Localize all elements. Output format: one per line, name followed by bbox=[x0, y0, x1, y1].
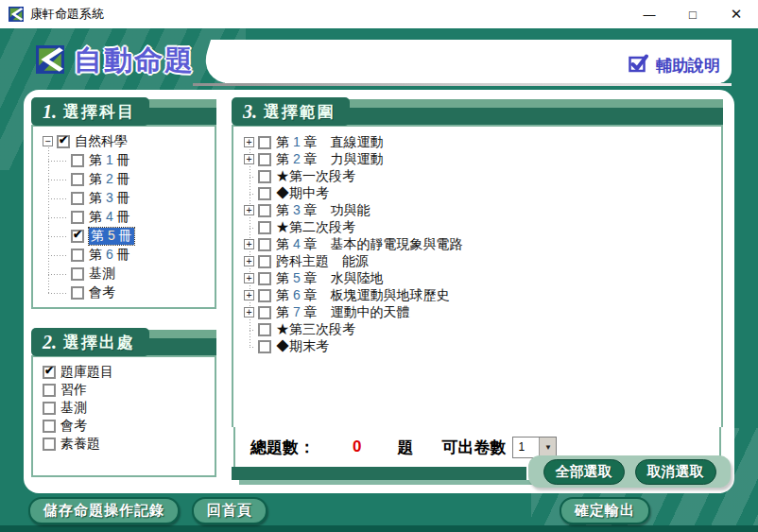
checklist-label[interactable]: 基測 bbox=[60, 400, 87, 417]
tree-item-label[interactable]: 第 6 冊 bbox=[89, 247, 130, 264]
tree-row: 第 2 冊 bbox=[37, 170, 213, 189]
tree-item-label[interactable]: 第 7 章 運動中的天體 bbox=[276, 304, 410, 321]
checkbox[interactable] bbox=[258, 306, 271, 319]
save-record-button[interactable]: 儲存命題操作記錄 bbox=[28, 497, 180, 524]
expand-plus-icon[interactable]: + bbox=[244, 307, 254, 317]
panel-title: 選擇科目 bbox=[63, 101, 135, 123]
tree-item-label[interactable]: ◆期末考 bbox=[276, 338, 329, 355]
tree-item-label[interactable]: 第 3 冊 bbox=[89, 190, 130, 207]
checkbox[interactable] bbox=[43, 420, 56, 433]
expander-cell: + bbox=[238, 151, 258, 168]
help-toggle[interactable]: 輔助說明 bbox=[629, 54, 720, 77]
checkbox[interactable] bbox=[258, 221, 271, 234]
tree-item-label[interactable]: 基測 bbox=[89, 266, 115, 283]
panel-banner: 2. 選擇出處 bbox=[31, 328, 216, 356]
checkbox[interactable] bbox=[71, 249, 84, 262]
tree-line bbox=[37, 151, 71, 170]
expand-plus-icon[interactable]: + bbox=[244, 137, 254, 147]
tree-item-label[interactable]: 會考 bbox=[89, 284, 115, 301]
tree-row: +第 2 章 力與運動 bbox=[238, 151, 719, 168]
checklist-label[interactable]: 素養題 bbox=[60, 436, 100, 453]
checkbox[interactable] bbox=[71, 286, 84, 300]
checkbox[interactable] bbox=[258, 136, 271, 149]
tree-row: ★第三次段考 bbox=[238, 321, 719, 338]
tree-line bbox=[37, 265, 71, 283]
home-button[interactable]: 回首頁 bbox=[192, 497, 267, 524]
checkbox[interactable] bbox=[258, 238, 271, 251]
checkbox[interactable] bbox=[43, 366, 56, 379]
expand-plus-icon[interactable]: + bbox=[244, 205, 254, 215]
tree-item-label[interactable]: 自然科學 bbox=[75, 133, 128, 150]
tree-item-label[interactable]: ★第三次段考 bbox=[276, 321, 355, 338]
checklist-label[interactable]: 會考 bbox=[60, 418, 87, 435]
expander-cell: + bbox=[238, 202, 258, 219]
tree-row: ★第一次段考 bbox=[238, 168, 719, 185]
panel-select-source: 2. 選擇出處 題庫題目習作基測會考素養題 bbox=[31, 328, 216, 477]
panel-title: 選擇範圍 bbox=[264, 101, 336, 123]
expand-plus-icon[interactable]: + bbox=[244, 256, 254, 266]
checkbox[interactable] bbox=[258, 323, 271, 336]
tree-item-label[interactable]: 第 5 冊 bbox=[89, 228, 134, 245]
tree-item-label[interactable]: 第 5 章 水與陸地 bbox=[276, 270, 384, 287]
checkbox[interactable] bbox=[258, 289, 271, 302]
minimize-button[interactable]: — bbox=[628, 0, 671, 28]
checklist-label[interactable]: 習作 bbox=[60, 382, 87, 399]
tree-line bbox=[238, 168, 258, 185]
expand-plus-icon[interactable]: + bbox=[244, 273, 254, 283]
tree-line bbox=[238, 185, 258, 202]
close-button[interactable]: ✕ bbox=[715, 0, 758, 28]
checkbox[interactable] bbox=[71, 267, 84, 281]
expand-plus-icon[interactable]: + bbox=[244, 154, 254, 164]
checkbox[interactable] bbox=[43, 384, 56, 397]
expand-plus-icon[interactable]: + bbox=[244, 239, 254, 249]
panel-bottom-bar bbox=[232, 467, 526, 480]
checkbox[interactable] bbox=[258, 272, 271, 285]
tree-item-label[interactable]: 第 3 章 功與能 bbox=[276, 202, 370, 219]
checkbox[interactable] bbox=[71, 192, 84, 205]
tree-row: 基測 bbox=[37, 265, 213, 283]
confirm-output-button[interactable]: 確定輸出 bbox=[560, 497, 650, 524]
tree-item-label[interactable]: 第 6 章 板塊運動與地球歷史 bbox=[276, 287, 450, 304]
step-number: 1. bbox=[43, 101, 57, 123]
checkbox[interactable] bbox=[71, 230, 84, 243]
checkbox[interactable] bbox=[258, 340, 271, 353]
checklist-label[interactable]: 題庫題目 bbox=[60, 364, 113, 381]
collapse-minus-icon[interactable]: − bbox=[43, 136, 53, 146]
tree-item-label[interactable]: 第 2 章 力與運動 bbox=[276, 151, 384, 168]
bottom-edge-strip bbox=[0, 525, 758, 532]
panel-banner: 1. 選擇科目 bbox=[31, 97, 216, 126]
checkbox[interactable] bbox=[258, 170, 271, 183]
expand-plus-icon[interactable]: + bbox=[244, 290, 254, 300]
checkbox[interactable] bbox=[258, 187, 271, 200]
checkbox[interactable] bbox=[258, 204, 271, 217]
tree-item-label[interactable]: ★第二次段考 bbox=[276, 219, 355, 236]
tree-line bbox=[238, 321, 258, 338]
maximize-button[interactable]: □ bbox=[671, 0, 715, 28]
deselect-all-button[interactable]: 取消選取 bbox=[635, 459, 716, 485]
checkbox[interactable] bbox=[57, 135, 70, 148]
expander-cell: + bbox=[238, 253, 258, 270]
tree-item-label[interactable]: 第 1 章 直線運動 bbox=[276, 134, 384, 151]
checkbox[interactable] bbox=[71, 173, 84, 186]
source-checklist: 題庫題目習作基測會考素養題 bbox=[37, 363, 213, 453]
total-label: 總題數： bbox=[250, 437, 315, 458]
select-all-button[interactable]: 全部選取 bbox=[543, 459, 625, 485]
checkbox[interactable] bbox=[71, 211, 84, 224]
tree-row: ★第二次段考 bbox=[238, 219, 719, 236]
tree-item-label[interactable]: 第 1 冊 bbox=[89, 152, 130, 169]
tree-row: 第 4 冊 bbox=[37, 208, 213, 227]
help-label: 輔助說明 bbox=[656, 55, 720, 77]
step-number: 2. bbox=[43, 332, 57, 353]
tree-item-label[interactable]: 第 4 冊 bbox=[89, 209, 130, 226]
tree-item-label[interactable]: ◆期中考 bbox=[276, 185, 329, 202]
checkbox[interactable] bbox=[258, 153, 271, 166]
checkbox[interactable] bbox=[43, 438, 56, 451]
tree-item-label[interactable]: 第 4 章 基本的靜電現象與電路 bbox=[276, 236, 463, 253]
tree-item-label[interactable]: ★第一次段考 bbox=[276, 168, 355, 185]
tree-item-label[interactable]: 跨科主題 能源 bbox=[276, 253, 369, 270]
checkbox[interactable] bbox=[258, 255, 271, 268]
checkbox[interactable] bbox=[71, 154, 84, 167]
dropdown-arrow-icon[interactable]: ▼ bbox=[539, 438, 556, 457]
tree-item-label[interactable]: 第 2 冊 bbox=[89, 171, 130, 188]
checkbox[interactable] bbox=[43, 402, 56, 415]
